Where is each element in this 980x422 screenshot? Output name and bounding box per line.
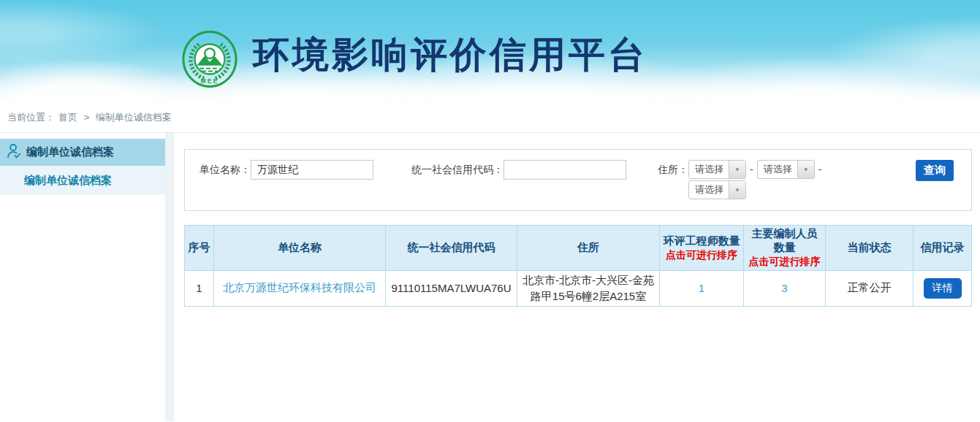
col-unit-name: 单位名称 — [214, 226, 386, 271]
sidebar-item-unit-credit-archive[interactable]: 编制单位诚信档案 — [0, 139, 165, 166]
unit-name-label: 单位名称： — [200, 160, 251, 180]
col-index: 序号 — [185, 226, 214, 271]
table-header-row: 序号 单位名称 统一社会信用代码 住所 环评工程师数量 点击可进行排序 主要编制… — [185, 226, 972, 271]
col-credit-code: 统一社会信用代码 — [386, 226, 517, 271]
breadcrumb-current: 编制单位诚信档案 — [96, 112, 172, 123]
col-engineer-count-sortable[interactable]: 环评工程师数量 点击可进行排序 — [660, 226, 744, 271]
page-body: 编制单位诚信档案 编制单位诚信档案 单位名称： 统一社会信用代码： 住所： 请选… — [0, 133, 980, 421]
breadcrumb-home-link[interactable]: 首页 — [58, 112, 77, 123]
staff-count-link[interactable]: 3 — [781, 282, 787, 294]
sort-hint: 点击可进行排序 — [747, 256, 822, 269]
detail-button[interactable]: 详情 — [924, 278, 962, 299]
header-banner: MEE 环境影响评价信用平台 — [0, 0, 980, 102]
sort-hint: 点击可进行排序 — [663, 249, 740, 262]
sidebar-subitem-unit-credit-archive[interactable]: 编制单位诚信档案 — [0, 166, 165, 195]
residence-label: 住所： — [658, 160, 688, 180]
credit-code-label: 统一社会信用代码： — [411, 160, 504, 180]
page-title: 环境影响评价信用平台 — [253, 31, 647, 80]
col-address: 住所 — [517, 226, 660, 271]
residence-separator: - — [750, 164, 753, 175]
address-value: 北京市-北京市-大兴区-金苑路甲15号6幢2层A215室 — [517, 271, 660, 307]
search-panel: 单位名称： 统一社会信用代码： 住所： 请选择 ▼ - 请选择 ▼ - — [184, 149, 972, 211]
mee-logo-icon: MEE — [181, 31, 238, 91]
logo-text: MEE — [201, 77, 219, 85]
breadcrumb-separator: > — [84, 112, 90, 123]
row-index: 1 — [185, 271, 214, 307]
query-button[interactable]: 查询 — [916, 160, 954, 181]
chevron-down-icon[interactable]: ▼ — [729, 181, 745, 199]
status-value: 正常公开 — [826, 271, 913, 307]
sidebar-divider — [165, 133, 174, 421]
breadcrumb-label: 当前位置： — [7, 112, 55, 123]
chevron-down-icon[interactable]: ▼ — [797, 161, 814, 178]
city-select[interactable]: 请选择 ▼ — [757, 160, 815, 179]
main-content: 单位名称： 统一社会信用代码： 住所： 请选择 ▼ - 请选择 ▼ - — [174, 133, 980, 421]
credit-code-value: 91110115MA7LWUA76U — [386, 271, 517, 307]
results-table: 序号 单位名称 统一社会信用代码 住所 环评工程师数量 点击可进行排序 主要编制… — [184, 225, 972, 307]
province-select[interactable]: 请选择 ▼ — [688, 160, 746, 179]
col-status: 当前状态 — [826, 226, 913, 271]
unit-name-input[interactable] — [251, 160, 373, 180]
chevron-down-icon[interactable]: ▼ — [729, 161, 745, 178]
credit-code-input[interactable] — [504, 160, 626, 180]
col-credit-record: 信用记录 — [913, 226, 972, 271]
engineer-count-link[interactable]: 1 — [699, 282, 704, 294]
residence-selects: 请选择 ▼ - 请选择 ▼ - 请选择 ▼ — [688, 160, 825, 201]
person-check-icon — [6, 142, 22, 163]
table-row: 1 北京万源世纪环保科技有限公司 91110115MA7LWUA76U 北京市-… — [185, 271, 972, 307]
residence-separator: - — [818, 164, 822, 175]
col-staff-count-sortable[interactable]: 主要编制人员数量 点击可进行排序 — [744, 226, 826, 271]
breadcrumb: 当前位置：首页 > 编制单位诚信档案 — [0, 102, 980, 133]
sidebar-item-label: 编制单位诚信档案 — [26, 145, 114, 159]
district-select[interactable]: 请选择 ▼ — [688, 180, 746, 199]
company-name-link[interactable]: 北京万源世纪环保科技有限公司 — [223, 281, 376, 294]
sidebar: 编制单位诚信档案 编制单位诚信档案 — [0, 133, 165, 421]
